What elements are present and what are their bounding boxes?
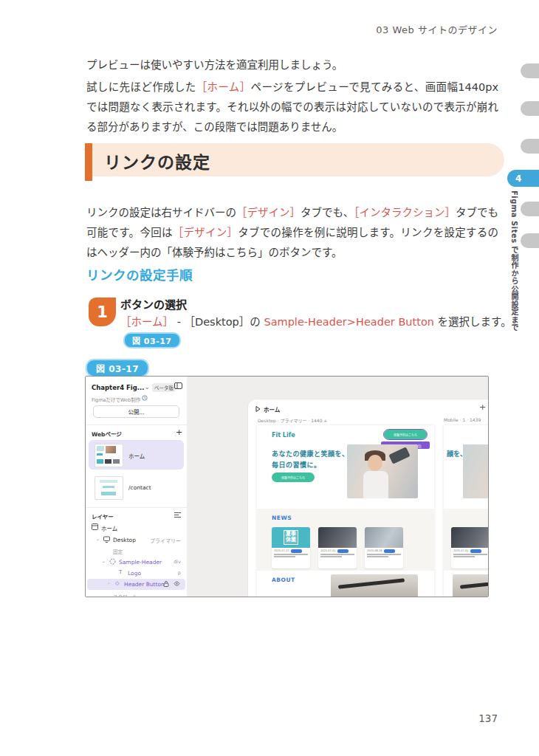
paragraph-preview: プレビューは使いやすい方法を適宜利用しましょう。 (86, 55, 498, 75)
divider (86, 425, 187, 425)
news-card: 夏季 休業 2025.07.22 (272, 527, 310, 568)
news-card: 2025.07.01 (451, 527, 489, 568)
layer-row-home[interactable]: ホーム (86, 522, 187, 533)
news-text-line (453, 556, 475, 557)
chevron-down-icon[interactable]: ⌄ (102, 558, 106, 563)
layer-row-sample-header[interactable]: ⌄ Sample-Header div (86, 557, 187, 568)
site-headline-line1: あなたの健康と笑顔を、 (272, 449, 349, 458)
news-text-line (367, 554, 401, 555)
news-text-line (274, 556, 295, 557)
page-item-contact[interactable]: /contact (89, 472, 184, 502)
chapter-tab-inactive[interactable] (521, 139, 539, 154)
text-part-red: ［ホーム］ (196, 81, 251, 93)
chapter-tab-inactive[interactable] (521, 101, 539, 116)
desktop-frame-label[interactable]: Desktop · プライマリー · 1440 + (258, 417, 327, 424)
canvas-page-card: ホーム + Desktop · プライマリー · 1440 + Mobile ·… (248, 399, 489, 597)
figure-reference-badge: 図 03-17 (123, 332, 181, 348)
chapter-tab-inactive[interactable] (521, 202, 539, 216)
chapter-tab-active[interactable]: 4 (507, 170, 539, 187)
news-text-line (453, 554, 487, 555)
about-section: ABOUT (257, 571, 434, 597)
chevron-down-icon[interactable]: ⌄ (96, 536, 100, 541)
eye-icon[interactable] (174, 580, 180, 587)
header-cta-button-selected[interactable]: 体験予約はこちら (384, 430, 427, 439)
news-section: NEWS 夏季 休業 2025.07.22 2025.07.01 2025.06… (257, 509, 434, 571)
mobile-site-frame[interactable]: 顔を、 2025.07.01 (444, 425, 489, 597)
text-part-red: ［インタラクション］ (354, 207, 456, 219)
desktop-site-frame[interactable]: Fit Life 体験予約はこちら 288内包 × 61内包 あなたの健康と笑顔… (257, 425, 434, 597)
layer-row-logo[interactable]: T Logo p (86, 568, 187, 579)
text-part: を選択します。 (434, 316, 512, 328)
page-number: 137 (478, 712, 498, 724)
mobile-frame-label[interactable]: Mobile · 1 · 1439 (444, 417, 481, 422)
canvas-page-title: ホーム (264, 405, 280, 413)
chevron-down-icon[interactable]: ⌄ (145, 384, 150, 391)
layer-row-fixed: 固定 (86, 546, 187, 557)
toggle-sidebar-icon[interactable] (174, 382, 182, 389)
text-part: リンクの設定は右サイドバーの (86, 207, 236, 219)
section-title: リンクの設定 (104, 148, 210, 173)
mobile-about-section (444, 571, 489, 597)
file-subtitle: FigmaだけでWeb制作 (92, 396, 140, 403)
layer-tag: p (178, 570, 181, 576)
webpages-label: Webページ (92, 430, 122, 438)
diamond-layer-icon: ◇ (115, 580, 119, 586)
figma-canvas: ホーム + Desktop · プライマリー · 1440 + Mobile ·… (187, 377, 489, 597)
site-logo: Fit Life (272, 432, 295, 439)
layer-name: ホーム (101, 524, 117, 532)
add-breakpoint-icon[interactable]: + (479, 402, 486, 412)
text-part-red: ［デザイン］ (173, 227, 238, 238)
file-name[interactable]: Chapter4 Fig... (92, 384, 145, 391)
news-text-line (367, 556, 388, 557)
lock-icon[interactable] (163, 580, 169, 587)
page-thumbnail (95, 476, 123, 500)
play-icon[interactable] (255, 406, 261, 412)
publish-button[interactable]: 公開... (93, 405, 179, 418)
layer-row-header-button[interactable]: › ◇ Header Button (87, 579, 185, 590)
text-layer-icon: T (119, 569, 122, 575)
layer-name: スクロール (113, 593, 137, 597)
mobile-news-section: 2025.07.01 (444, 509, 489, 571)
site-headline-line2: 毎日の習慣に。 (272, 460, 321, 470)
page-item-home[interactable]: ホーム (89, 440, 184, 470)
add-page-icon[interactable]: + (176, 427, 182, 437)
hero-cta-button: 体験予約はこちら (272, 472, 315, 482)
text-part: タブでも、 (301, 207, 354, 219)
news-image-summer-closure: 夏季 休業 (272, 527, 310, 548)
layer-row-desktop[interactable]: ⌄ Desktop プライマリー (86, 535, 187, 546)
paragraph-home-preview: 試しに先ほど作成した［ホーム］ページをプレビューで見てみると、画面幅1440px… (86, 78, 498, 138)
layer-name: Desktop (113, 537, 136, 543)
figure-screenshot: Chapter4 Fig... ⌄ ベータ版 FigmaだけでWeb制作 公開.… (85, 376, 489, 597)
layer-tag: div (174, 559, 181, 565)
subsection-title: リンクの設定手順 (86, 265, 193, 284)
news-date: 2025.07.22 (274, 549, 289, 552)
news-category-badge (337, 549, 349, 553)
page-name: /contact (128, 484, 151, 491)
step-text: ［ホーム］ - ［Desktop］の Sample-Header>Header … (120, 313, 512, 329)
news-date: 2025.07.01 (453, 549, 469, 552)
page-name: ホーム (128, 452, 145, 460)
mobile-hero-photo (463, 444, 489, 498)
chapter-tab-label: Figma Sites で制作から公開設定まで (509, 190, 520, 346)
beta-badge: ベータ版 (152, 383, 176, 392)
news-text-line (274, 554, 308, 555)
about-heading: ABOUT (272, 577, 295, 583)
layer-sort-icon[interactable] (174, 512, 182, 518)
divider (86, 507, 187, 508)
news-text-line (320, 554, 354, 555)
summer-closure-text: 夏季 休業 (284, 530, 298, 544)
news-heading: NEWS (272, 515, 292, 521)
chapter-tab-inactive[interactable] (521, 233, 539, 248)
chevron-right-icon[interactable]: › (108, 580, 109, 585)
chapter-tab-inactive[interactable] (521, 63, 539, 78)
news-image-lesson (365, 527, 403, 548)
step-title: ボタンの選択 (120, 296, 187, 312)
news-image-trainer (318, 527, 357, 548)
paragraph-link-setting: リンクの設定は右サイドバーの［デザイン］タブでも、［インタラクション］タブでも可… (86, 203, 498, 264)
text-part: - ［Desktop］の (174, 316, 264, 328)
figure-label-badge: 図 03-17 (86, 359, 149, 377)
about-photo (331, 574, 418, 597)
layer-breakpoint-tag: プライマリー (150, 537, 181, 544)
chapter-number: 4 (515, 173, 521, 184)
news-card: 2025.07.01 (318, 527, 357, 568)
